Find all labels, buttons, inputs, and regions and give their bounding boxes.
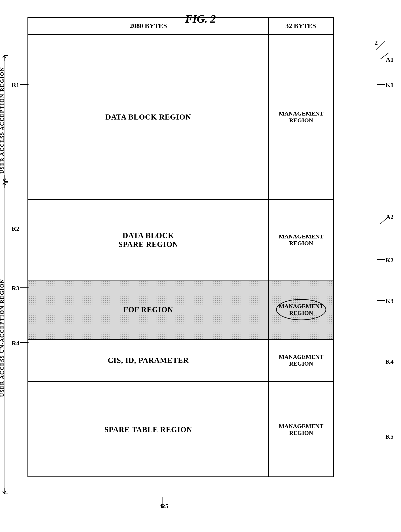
k4-tick <box>377 361 385 361</box>
r4-label: R4 <box>12 340 19 347</box>
row-r2-management: MANAGEMENTREGION <box>269 200 333 280</box>
row-r3-fof: FOF REGION <box>28 280 268 339</box>
user-access-acception-label: USER ACCESS ACCEPTION REGION <box>0 74 4 167</box>
r1-label: R1 <box>12 81 19 89</box>
r3-label: R3 <box>12 285 19 292</box>
r1-tick <box>20 84 29 85</box>
svg-line-3 <box>163 505 165 508</box>
svg-line-4 <box>380 53 389 59</box>
a2-arrow <box>378 215 391 228</box>
r5-arrow <box>160 497 166 510</box>
k5-label: K5 <box>386 433 394 440</box>
svg-line-5 <box>380 216 389 224</box>
row-r5: SPARE TABLE REGION MANAGEMENTREGION <box>28 382 333 477</box>
k1-tick <box>377 84 385 85</box>
a1-arrow <box>378 50 391 62</box>
row-r4-cis: CIS, ID, PARAMETER <box>28 340 268 381</box>
user-access-acception-arrow-down <box>2 175 6 182</box>
row-r3: FOF REGION MANAGEMENTREGION <box>28 280 333 340</box>
k1-label: K1 <box>386 81 394 89</box>
r2-label: R2 <box>12 225 19 232</box>
r3-tick <box>20 287 29 288</box>
k3-tick <box>377 300 385 301</box>
row-r5-management: MANAGEMENTREGION <box>269 382 333 477</box>
row-r3-management: MANAGEMENTREGION <box>269 280 333 339</box>
k3-label: K3 <box>386 297 394 304</box>
user-access-unacception-arrow-down <box>2 488 6 494</box>
row-r4: CIS, ID, PARAMETER MANAGEMENTREGION <box>28 340 333 382</box>
row-r2: DATA BLOCKSPARE REGION MANAGEMENTREGION <box>28 200 333 280</box>
row-r5-spare-table: SPARE TABLE REGION <box>28 382 268 477</box>
k2-label: K2 <box>386 257 394 264</box>
svg-line-0 <box>376 41 384 50</box>
svg-line-2 <box>161 505 163 508</box>
row-r1-management: MANAGEMENTREGION <box>269 35 333 199</box>
row-r1: DATA BLOCK REGION MANAGEMENTREGION <box>28 35 333 199</box>
r4-tick <box>20 342 29 343</box>
row-r1-data-block: DATA BLOCK REGION <box>28 35 268 199</box>
r2-tick <box>20 228 29 228</box>
user-access-unacception-label: USER ACCESS UN-ACCEPTION REGION <box>0 190 4 486</box>
k2-tick <box>377 259 385 260</box>
k5-tick <box>377 436 385 436</box>
user-access-unacception-arrow-up <box>2 183 6 189</box>
header-left-bytes: 2080 BYTES <box>28 18 268 34</box>
header-row: 2080 BYTES 32 BYTES <box>28 18 333 35</box>
row-r2-data-block-spare: DATA BLOCKSPARE REGION <box>28 200 268 280</box>
outer-diagram-box: 2080 BYTES 32 BYTES DATA BLOCK REGION MA… <box>27 17 334 477</box>
row-r4-management: MANAGEMENTREGION <box>269 340 333 381</box>
header-right-bytes: 32 BYTES <box>268 18 333 34</box>
k4-label: K4 <box>386 358 394 365</box>
user-access-acception-arrow-up <box>2 55 6 62</box>
